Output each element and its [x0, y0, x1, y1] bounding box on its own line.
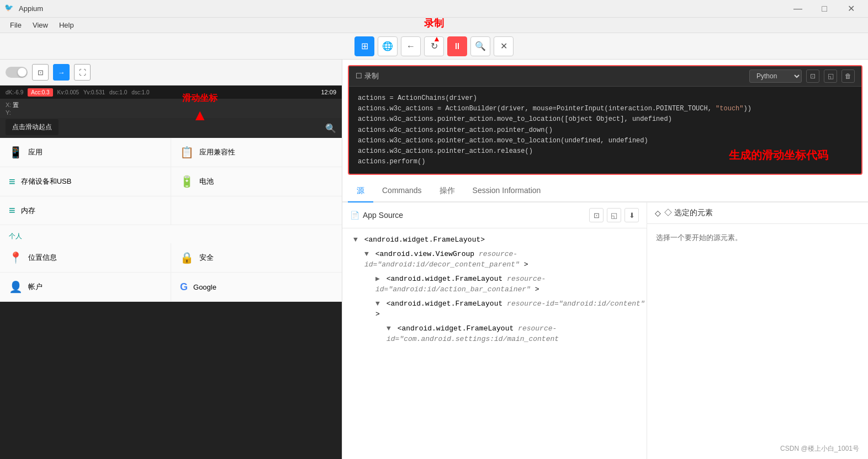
code-content: actions = ActionChains(driver) actions.w…	[349, 87, 861, 174]
maximize-button[interactable]: □	[812, 0, 837, 18]
app-source-header: 📄 App Source ⊡ ◱ ⬇	[342, 202, 647, 228]
code-line-4: actions.w3c_actions.pointer_action.point…	[358, 125, 853, 136]
settings-row-5: 👤 帐户 G Google	[0, 273, 342, 302]
tab-source[interactable]: 源	[348, 180, 373, 202]
xy-coords: X: 置 Y:	[0, 99, 342, 118]
settings-row-2: ≡ 存储设备和USB 🔋 电池	[0, 167, 342, 196]
tag-2-end: >	[524, 260, 528, 269]
settings-item-security[interactable]: 🔒 安全	[171, 243, 342, 272]
code-header: ☐ 录制 Python Java JavaScript ⊡ ◱ 🗑	[349, 66, 861, 87]
settings-item-apps[interactable]: 📱 应用	[0, 138, 171, 167]
settings-memory-label: 内存	[21, 206, 35, 216]
back-button[interactable]: ←	[401, 36, 421, 56]
phone-status-bar: dK:-6.9 Acc:0.3 Kv:0.005 Yv:0.531 dsc:1.…	[0, 86, 342, 99]
watermark: CSDN @楼上小白_1001号	[780, 444, 859, 453]
tag-1[interactable]: <android.widget.FrameLayout>	[364, 236, 485, 244]
main-toolbar: 录制 ▲ ⊞ 🌐 ← ↻ ⏸ 🔍 ✕	[0, 33, 868, 60]
personal-section-label: 个人	[0, 225, 342, 243]
settings-row-3: ≡ 内存	[0, 196, 342, 225]
phone-screen: dK:-6.9 Acc:0.3 Kv:0.005 Yv:0.531 dsc:1.…	[0, 86, 342, 459]
controls-bar: ⊡ → ⛶	[0, 60, 342, 86]
settings-storage-label: 存储设备和USB	[21, 177, 72, 186]
toggle-5[interactable]: ▼	[387, 324, 391, 333]
delete-code-button[interactable]: 🗑	[841, 70, 855, 83]
settings-item-google[interactable]: G Google	[171, 273, 342, 301]
expand-code-button[interactable]: ◱	[824, 70, 837, 83]
attr-4: resource-id="android:id/content"	[507, 300, 645, 308]
account-icon: 👤	[9, 280, 23, 293]
grid-button[interactable]: ⊞	[354, 36, 374, 56]
phone-search-icon: 🔍	[325, 123, 336, 134]
menu-view[interactable]: View	[27, 19, 54, 31]
xml-node-4: ▼ <android.widget.FrameLayout resource-i…	[342, 297, 647, 322]
tag-3[interactable]: <android.widget.FrameLayout	[387, 275, 503, 283]
globe-button[interactable]: 🌐	[378, 36, 398, 56]
tag-4[interactable]: <android.widget.FrameLayout	[387, 300, 503, 308]
status-time: 12:09	[321, 89, 336, 95]
code-line-2: actions.w3c_actions = ActionBuilder(driv…	[358, 104, 853, 114]
tag-3-end: >	[535, 285, 539, 293]
code-panel: ☐ 录制 Python Java JavaScript ⊡ ◱ 🗑 action…	[348, 65, 862, 175]
code-line-6: actions.w3c_actions.pointer_action.relea…	[358, 146, 853, 157]
tab-commands[interactable]: Commands	[373, 180, 431, 202]
code-title: ☐ 录制	[356, 71, 379, 81]
status-dsc1: dsc:1.0	[109, 89, 127, 95]
menu-file[interactable]: File	[4, 19, 27, 31]
settings-apps-label: 应用	[28, 147, 43, 157]
settings-row-4: 📍 位置信息 🔒 安全	[0, 243, 342, 273]
pause-button[interactable]: ⏸	[447, 36, 467, 56]
pointer-button[interactable]: →	[53, 64, 70, 81]
language-select[interactable]: Python Java JavaScript	[749, 70, 802, 83]
compat-icon: 📋	[180, 146, 194, 159]
code-controls: Python Java JavaScript ⊡ ◱ 🗑	[749, 70, 855, 83]
toggle-1[interactable]: ▼	[353, 236, 358, 244]
cursor-annotation: 滑动坐标 ▲	[182, 93, 218, 124]
minimize-button[interactable]: —	[785, 0, 811, 18]
code-line-3: actions.w3c_actions.pointer_action.move_…	[358, 114, 853, 125]
record-arrow: ▲	[433, 34, 441, 43]
copy-source-button[interactable]: ◱	[607, 208, 621, 222]
toggle-2[interactable]: ▼	[364, 250, 369, 258]
toggle-knob	[18, 68, 27, 77]
left-panel: 滑动坐标 ▲ 点击滑动起点 ⊡ → ⛶ dK:-6.9 Acc:0.3 Kv:0…	[0, 60, 342, 459]
xml-node-3: ▶ <android.widget.FrameLayout resource-i…	[342, 272, 647, 297]
app-title: Appium	[19, 4, 785, 13]
settings-item-compat[interactable]: 📋 应用兼容性	[171, 138, 342, 167]
app-source-title: 📄 App Source	[350, 211, 403, 220]
copy-code-button[interactable]: ⊡	[806, 70, 819, 83]
memory-icon: ≡	[9, 204, 15, 217]
toggle-switch[interactable]	[6, 67, 28, 78]
tab-session[interactable]: Session Information	[464, 180, 550, 202]
toggle-4[interactable]: ▼	[375, 300, 380, 308]
main-layout: 滑动坐标 ▲ 点击滑动起点 ⊡ → ⛶ dK:-6.9 Acc:0.3 Kv:0…	[0, 60, 868, 459]
tag-2[interactable]: <android.view.ViewGroup	[375, 250, 474, 258]
settings-item-storage[interactable]: ≡ 存储设备和USB	[0, 167, 171, 196]
status-kv: Kv:0.005	[57, 89, 79, 95]
battery-icon: 🔋	[180, 175, 194, 188]
tag-5[interactable]: <android.widget.FrameLayout	[398, 324, 514, 333]
search-button[interactable]: 🔍	[470, 36, 490, 56]
status-yv: Yv:0.531	[83, 89, 105, 95]
tab-actions[interactable]: 操作	[431, 180, 464, 202]
window-controls: — □ ✕	[785, 0, 864, 18]
select-button[interactable]: ⊡	[32, 64, 49, 81]
toolbar-close-button[interactable]: ✕	[494, 36, 514, 56]
code-line-7: actions.perform()	[358, 157, 853, 167]
tag-4-end: >	[375, 310, 380, 318]
selected-panel: ◇ ◇ 选定的元素 选择一个要开始的源元素。	[647, 202, 868, 459]
settings-item-location[interactable]: 📍 位置信息	[0, 243, 171, 272]
menu-help[interactable]: Help	[54, 19, 80, 31]
settings-compat-label: 应用兼容性	[199, 147, 235, 157]
xml-tree: ▼ <android.widget.FrameLayout> ▼ <androi…	[342, 228, 647, 459]
fullscreen-button[interactable]: ⛶	[74, 64, 91, 81]
settings-item-memory[interactable]: ≡ 内存	[0, 196, 171, 225]
close-button[interactable]: ✕	[838, 0, 864, 18]
app-source-controls: ⊡ ◱ ⬇	[589, 208, 639, 222]
selected-empty: 选择一个要开始的源元素。	[647, 224, 868, 252]
settings-item-account[interactable]: 👤 帐户	[0, 273, 171, 301]
toggle-3[interactable]: ▶	[375, 275, 380, 283]
location-icon: 📍	[9, 251, 23, 264]
expand-source-button[interactable]: ⊡	[589, 208, 604, 222]
download-source-button[interactable]: ⬇	[624, 208, 639, 222]
settings-item-battery[interactable]: 🔋 电池	[171, 167, 342, 196]
